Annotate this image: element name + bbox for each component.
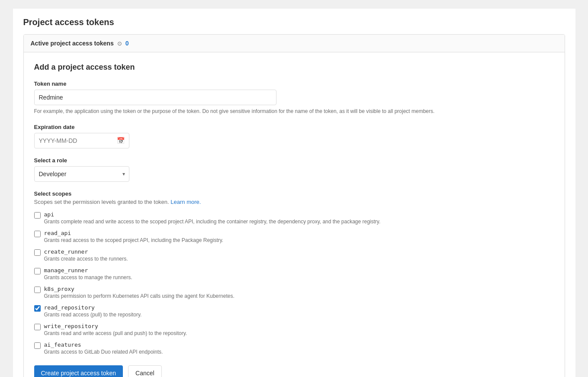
scope-k8s-proxy: k8s_proxy Grants permission to perform K… xyxy=(34,286,554,299)
scope-read-repository: read_repository Grants read access (pull… xyxy=(34,304,554,318)
role-select[interactable]: Guest Reporter Developer Maintainer Owne… xyxy=(34,166,129,182)
scope-ai-features: ai_features Grants access to GitLab Duo … xyxy=(34,342,554,355)
role-label: Select a role xyxy=(34,157,554,164)
active-tokens-label: Active project access tokens xyxy=(31,40,114,47)
expiration-date-group: Expiration date 📅 xyxy=(34,124,554,148)
main-card: Active project access tokens ⊙ 0 Add a p… xyxy=(23,34,565,377)
expiration-date-label: Expiration date xyxy=(34,124,554,130)
scope-read-repository-checkbox[interactable] xyxy=(34,305,41,312)
scope-read-api-checkbox[interactable] xyxy=(34,231,41,237)
scope-create-runner-name: create_runner xyxy=(44,248,128,255)
scope-read-repository-name: read_repository xyxy=(44,304,142,311)
role-select-wrapper: Guest Reporter Developer Maintainer Owne… xyxy=(34,166,129,182)
scope-write-repository-name: write_repository xyxy=(44,323,187,329)
scope-manage-runner-desc: Grants access to manage the runners. xyxy=(44,274,132,280)
token-count: 0 xyxy=(125,40,129,47)
scope-api: api Grants complete read and write acces… xyxy=(34,211,554,225)
scope-read-api-desc: Grants read access to the scoped project… xyxy=(44,237,224,243)
token-name-hint: For example, the application using the t… xyxy=(34,107,536,115)
token-name-input[interactable] xyxy=(34,90,276,105)
scope-k8s-proxy-checkbox[interactable] xyxy=(34,287,41,293)
role-group: Select a role Guest Reporter Developer M… xyxy=(34,157,554,182)
scope-write-repository: write_repository Grants read and write a… xyxy=(34,323,554,336)
date-input-wrapper: 📅 xyxy=(34,133,129,148)
token-name-group: Token name For example, the application … xyxy=(34,81,554,115)
scope-read-api-name: read_api xyxy=(44,230,224,236)
scope-api-desc: Grants complete read and write access to… xyxy=(44,219,381,225)
scope-k8s-proxy-desc: Grants permission to perform Kubernetes … xyxy=(44,293,235,299)
expiration-date-input[interactable] xyxy=(34,133,129,148)
scope-manage-runner-name: manage_runner xyxy=(44,267,132,274)
active-tokens-bar: Active project access tokens ⊙ 0 xyxy=(24,35,565,52)
scope-manage-runner-checkbox[interactable] xyxy=(34,268,41,274)
form-area: Add a project access token Token name Fo… xyxy=(24,52,565,377)
scope-api-checkbox[interactable] xyxy=(34,212,41,219)
scopes-title: Select scopes xyxy=(34,190,554,197)
scope-create-runner: create_runner Grants create access to th… xyxy=(34,248,554,262)
scopes-section: Select scopes Scopes set the permission … xyxy=(34,190,554,355)
scope-read-api: read_api Grants read access to the scope… xyxy=(34,230,554,243)
page-title: Project access tokens xyxy=(23,17,565,27)
scope-ai-features-name: ai_features xyxy=(44,342,163,348)
scope-k8s-proxy-name: k8s_proxy xyxy=(44,286,235,292)
scope-write-repository-desc: Grants read and write access (pull and p… xyxy=(44,330,187,336)
token-name-label: Token name xyxy=(34,81,554,87)
create-token-button[interactable]: Create project access token xyxy=(34,365,123,377)
scope-ai-features-desc: Grants access to GitLab Duo related API … xyxy=(44,349,163,355)
actions-row: Create project access token Cancel xyxy=(34,365,554,377)
cancel-button[interactable]: Cancel xyxy=(128,365,162,377)
scope-read-repository-desc: Grants read access (pull) to the reposit… xyxy=(44,312,142,318)
learn-more-link[interactable]: Learn more. xyxy=(170,199,201,205)
scope-create-runner-checkbox[interactable] xyxy=(34,249,41,256)
link-icon: ⊙ xyxy=(117,40,122,47)
form-section-title: Add a project access token xyxy=(34,63,554,72)
scope-manage-runner: manage_runner Grants access to manage th… xyxy=(34,267,554,280)
scope-create-runner-desc: Grants create access to the runners. xyxy=(44,256,128,262)
scopes-subtitle: Scopes set the permission levels granted… xyxy=(34,199,554,205)
scope-ai-features-checkbox[interactable] xyxy=(34,342,41,349)
scope-write-repository-checkbox[interactable] xyxy=(34,324,41,330)
scope-api-name: api xyxy=(44,211,381,218)
